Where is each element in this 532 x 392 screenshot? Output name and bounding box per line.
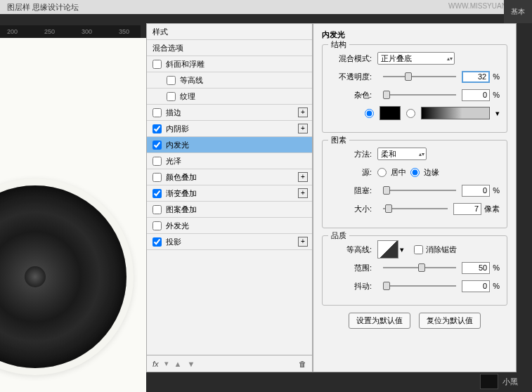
move-up-icon[interactable]: ▲ bbox=[174, 360, 182, 368]
glow-color-swatch[interactable] bbox=[379, 106, 401, 120]
artwork-disc-vinyl bbox=[0, 185, 126, 368]
style-inner-shadow-check[interactable] bbox=[153, 124, 162, 133]
dialog-title-bar: 图层样 思缘设计论坛 WWW.MISSYUAN.COM bbox=[0, 0, 532, 14]
size-thumb[interactable] bbox=[385, 204, 392, 213]
style-gradient-overlay-check[interactable] bbox=[153, 189, 162, 198]
style-drop-shadow[interactable]: 投影+ bbox=[147, 234, 312, 250]
jitter-thumb[interactable] bbox=[383, 282, 390, 290]
contour-label: 等高线: bbox=[330, 244, 372, 255]
styles-list-panel: 样式 混合选项 斜面和浮雕 等高线 纹理 描边+ 内阴影+ 内发光 光泽 颜色叠… bbox=[146, 23, 313, 372]
range-thumb[interactable] bbox=[418, 263, 425, 272]
noise-input[interactable] bbox=[462, 89, 490, 101]
set-default-button[interactable]: 设置为默认值 bbox=[349, 313, 410, 329]
settings-panel: 内发光 结构 混合模式: 正片叠底▴▾ 不透明度: % 杂色: % ▾ 图素 bbox=[313, 23, 517, 372]
style-gradient-overlay[interactable]: 渐变叠加+ bbox=[147, 185, 312, 202]
structure-group: 结构 混合模式: 正片叠底▴▾ 不透明度: % 杂色: % ▾ bbox=[322, 44, 507, 133]
select-arrows-icon: ▴▾ bbox=[419, 151, 424, 157]
ruler: 200 250 300 350 400 bbox=[0, 25, 141, 38]
fx-icon[interactable]: fx bbox=[153, 360, 159, 368]
quality-group: 品质 等高线: ▾ 消除锯齿 范围: % 抖动: % bbox=[322, 235, 507, 306]
reset-default-button[interactable]: 复位为默认值 bbox=[419, 313, 481, 329]
style-inner-glow-check[interactable] bbox=[153, 141, 162, 150]
noise-label: 杂色: bbox=[330, 90, 372, 100]
size-input[interactable] bbox=[453, 203, 481, 215]
style-bevel[interactable]: 斜面和浮雕 bbox=[147, 56, 312, 72]
method-select[interactable]: 柔和▴▾ bbox=[377, 148, 427, 160]
source-edge-radio[interactable] bbox=[410, 168, 420, 177]
source-center-radio[interactable] bbox=[377, 168, 387, 177]
select-arrows-icon: ▴▾ bbox=[447, 55, 453, 62]
style-color-overlay[interactable]: 颜色叠加+ bbox=[147, 169, 312, 185]
size-slider[interactable] bbox=[383, 208, 448, 209]
blend-mode-label: 混合模式: bbox=[330, 53, 372, 64]
dialog-title: 图层样 思缘设计论坛 bbox=[7, 2, 79, 12]
jitter-input[interactable] bbox=[462, 280, 490, 292]
blend-mode-select[interactable]: 正片叠底▴▾ bbox=[377, 52, 455, 65]
element-label: 图素 bbox=[328, 135, 349, 145]
layer-item[interactable]: 小黑 bbox=[480, 374, 518, 389]
style-stroke-check[interactable] bbox=[153, 108, 162, 117]
style-texture-check[interactable] bbox=[167, 92, 176, 101]
jitter-slider[interactable] bbox=[383, 285, 456, 287]
style-outer-glow[interactable]: 外发光 bbox=[147, 218, 312, 234]
layer-name: 小黑 bbox=[502, 377, 518, 387]
blend-options-row[interactable]: 混合选项 bbox=[147, 40, 312, 56]
style-stroke[interactable]: 描边+ bbox=[147, 105, 312, 121]
range-slider[interactable] bbox=[383, 267, 456, 268]
styles-footer: fx ▾ ▲ ▼ 🗑 bbox=[147, 355, 312, 372]
add-drop-shadow-icon[interactable]: + bbox=[298, 237, 308, 247]
glow-gradient-swatch[interactable] bbox=[421, 107, 490, 119]
fx-menu-icon[interactable]: ▾ bbox=[164, 359, 169, 368]
gradient-source-radio[interactable] bbox=[406, 109, 415, 118]
opacity-thumb[interactable] bbox=[405, 72, 412, 81]
styles-header: 样式 bbox=[147, 24, 312, 40]
gradient-dropdown-icon[interactable]: ▾ bbox=[495, 109, 500, 118]
choke-slider[interactable] bbox=[383, 190, 456, 191]
contour-picker[interactable] bbox=[377, 240, 398, 259]
antialias-check[interactable] bbox=[414, 245, 423, 254]
noise-thumb[interactable] bbox=[383, 91, 390, 99]
style-satin[interactable]: 光泽 bbox=[147, 153, 312, 169]
choke-thumb[interactable] bbox=[383, 186, 390, 195]
style-outer-glow-check[interactable] bbox=[153, 221, 162, 230]
layer-thumbnail bbox=[480, 374, 498, 389]
color-source-radio[interactable] bbox=[365, 109, 374, 118]
style-color-overlay-check[interactable] bbox=[153, 173, 162, 182]
opacity-input[interactable] bbox=[462, 71, 490, 83]
add-color-overlay-icon[interactable]: + bbox=[298, 172, 308, 182]
opacity-label: 不透明度: bbox=[330, 72, 372, 82]
artwork-disc-center bbox=[25, 266, 46, 287]
style-pattern-overlay[interactable]: 图案叠加 bbox=[147, 202, 312, 218]
choke-label: 阻塞: bbox=[330, 185, 372, 196]
style-drop-shadow-check[interactable] bbox=[153, 237, 162, 247]
basic-workspace-tab[interactable]: 基本 bbox=[504, 0, 532, 23]
trash-icon[interactable]: 🗑 bbox=[299, 360, 306, 368]
style-contour-check[interactable] bbox=[167, 76, 176, 85]
choke-input[interactable] bbox=[462, 185, 490, 197]
element-group: 图素 方法: 柔和▴▾ 源: 居中 边缘 阻塞: % 大小: 像素 bbox=[322, 140, 507, 228]
default-buttons-row: 设置为默认值 复位为默认值 bbox=[322, 313, 507, 329]
jitter-label: 抖动: bbox=[330, 281, 372, 292]
style-bevel-check[interactable] bbox=[153, 60, 162, 69]
panel-title: 内发光 bbox=[322, 30, 507, 40]
move-down-icon[interactable]: ▼ bbox=[187, 360, 195, 368]
style-satin-check[interactable] bbox=[153, 157, 162, 166]
add-gradient-overlay-icon[interactable]: + bbox=[298, 188, 308, 198]
style-contour[interactable]: 等高线 bbox=[147, 72, 312, 89]
add-inner-shadow-icon[interactable]: + bbox=[298, 124, 308, 133]
canvas-area bbox=[0, 38, 146, 392]
style-inner-glow[interactable]: 内发光 bbox=[147, 137, 312, 153]
add-stroke-icon[interactable]: + bbox=[298, 107, 308, 117]
contour-dropdown-icon[interactable]: ▾ bbox=[400, 245, 404, 254]
style-texture[interactable]: 纹理 bbox=[147, 89, 312, 105]
range-label: 范围: bbox=[330, 263, 372, 273]
structure-label: 结构 bbox=[328, 39, 349, 50]
percent-unit: % bbox=[493, 72, 500, 81]
noise-slider[interactable] bbox=[383, 94, 456, 96]
method-label: 方法: bbox=[330, 149, 372, 159]
opacity-slider[interactable] bbox=[383, 76, 456, 77]
style-inner-shadow[interactable]: 内阴影+ bbox=[147, 121, 312, 137]
style-pattern-overlay-check[interactable] bbox=[153, 205, 162, 214]
size-label: 大小: bbox=[330, 204, 372, 214]
range-input[interactable] bbox=[462, 262, 490, 274]
